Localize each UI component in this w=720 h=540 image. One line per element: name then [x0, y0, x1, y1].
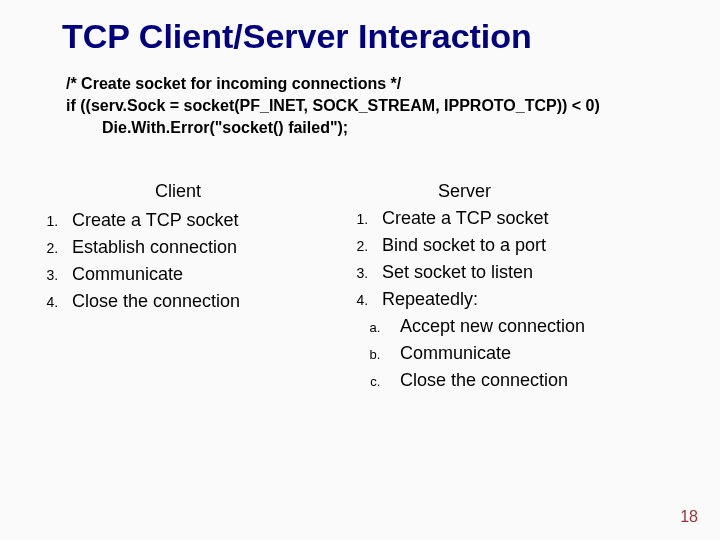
columns: Client Create a TCP socket Establish con… [28, 178, 692, 394]
list-item-label: Repeatedly: [382, 289, 478, 309]
server-substeps: Accept new connection Communicate Close … [382, 313, 692, 394]
server-heading: Server [338, 178, 692, 205]
client-column: Client Create a TCP socket Establish con… [28, 178, 328, 394]
list-item: Repeatedly: Accept new connection Commun… [372, 286, 692, 394]
list-item: Create a TCP socket [372, 205, 692, 232]
client-heading: Client [28, 178, 328, 205]
code-line: if ((serv.Sock = socket(PF_INET, SOCK_ST… [66, 95, 692, 117]
list-item: Communicate [384, 340, 692, 367]
client-steps: Create a TCP socket Establish connection… [28, 207, 328, 315]
list-item: Close the connection [384, 367, 692, 394]
page-number: 18 [680, 508, 698, 526]
code-line: Die.With.Error("socket() failed"); [102, 117, 692, 139]
list-item: Bind socket to a port [372, 232, 692, 259]
slide-title: TCP Client/Server Interaction [62, 18, 692, 55]
code-line: /* Create socket for incoming connection… [66, 73, 692, 95]
slide: TCP Client/Server Interaction /* Create … [0, 0, 720, 540]
code-snippet: /* Create socket for incoming connection… [66, 73, 692, 138]
list-item: Create a TCP socket [62, 207, 328, 234]
list-item: Set socket to listen [372, 259, 692, 286]
list-item: Accept new connection [384, 313, 692, 340]
list-item: Close the connection [62, 288, 328, 315]
list-item: Establish connection [62, 234, 328, 261]
list-item: Communicate [62, 261, 328, 288]
server-column: Server Create a TCP socket Bind socket t… [338, 178, 692, 394]
server-steps: Create a TCP socket Bind socket to a por… [338, 205, 692, 394]
